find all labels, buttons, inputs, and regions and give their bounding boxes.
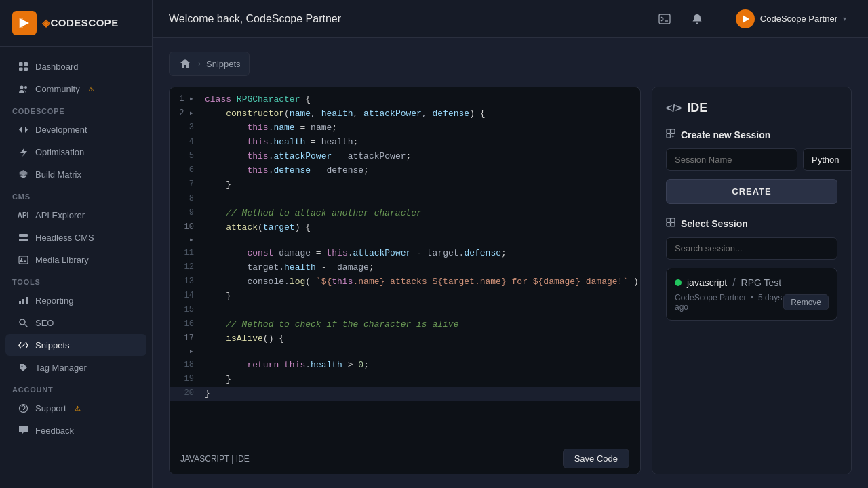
select-session-icon: [666, 218, 675, 229]
sidebar-item-support[interactable]: Support ⚠: [5, 397, 146, 419]
support-icon: [18, 403, 28, 413]
sidebar-item-dashboard-label: Dashboard: [35, 62, 79, 72]
sidebar-item-media-library[interactable]: Media Library: [5, 249, 146, 270]
sidebar-item-snippets-label: Snippets: [35, 340, 70, 350]
svg-rect-34: [671, 223, 675, 227]
code-line: 9 // Method to attack another character: [170, 207, 640, 221]
svg-rect-2: [19, 62, 23, 66]
save-code-button[interactable]: Save Code: [563, 449, 629, 468]
svg-rect-31: [667, 218, 671, 222]
code-line: 4 this.health = health;: [170, 136, 640, 150]
sidebar-item-headless-label: Headless CMS: [35, 232, 94, 243]
message-icon: [18, 425, 28, 436]
layers-icon: [18, 169, 28, 180]
svg-point-7: [24, 86, 27, 89]
svg-point-6: [20, 85, 23, 89]
sidebar-item-support-label: Support: [35, 403, 66, 413]
code-line: 2 ▸ constructor(name, health, attackPowe…: [170, 107, 640, 121]
sidebar-item-feedback[interactable]: Feedback: [5, 420, 146, 441]
selected-language: Python: [812, 155, 839, 165]
breadcrumb: › Snippets: [169, 52, 250, 76]
terminal-button[interactable]: [654, 8, 675, 30]
code-content[interactable]: 1 ▸ class RPGCharacter { 2 ▸ constructor…: [170, 87, 640, 443]
code-footer: JAVASCRIPT | IDE Save Code: [170, 443, 640, 474]
code-line: 17 ▸ isAlive() {: [170, 332, 640, 358]
ide-panel: </> IDE: [652, 87, 852, 474]
sidebar-item-headless-cms[interactable]: Headless CMS: [5, 226, 146, 248]
language-select[interactable]: Python ▾: [803, 148, 852, 171]
code-line: 6 this.defense = defense;: [170, 164, 640, 178]
sidebar-item-optimisation[interactable]: Optimisation: [5, 141, 146, 163]
bar-chart-icon: [18, 295, 28, 306]
svg-rect-16: [26, 297, 28, 304]
sidebar-item-development[interactable]: Development: [5, 119, 146, 140]
ide-icon: </>: [666, 102, 682, 115]
code-line: 16 // Method to check if the character i…: [170, 318, 640, 332]
remove-session-button[interactable]: Remove: [783, 294, 829, 310]
code-line: 10 ▸ attack(target) {: [170, 221, 640, 247]
sidebar-item-tag-label: Tag Manager: [35, 363, 87, 373]
svg-line-18: [24, 324, 27, 327]
select-session-title: Select Session: [681, 218, 748, 229]
sidebar-item-snippets[interactable]: Snippets: [5, 334, 146, 356]
sidebar-item-tag-manager[interactable]: Tag Manager: [5, 357, 146, 378]
server-icon: [18, 232, 28, 243]
code-line: 5 this.attackPower = attackPower;: [170, 150, 640, 164]
sidebar-item-community[interactable]: Community ⚠: [5, 78, 146, 100]
svg-rect-32: [671, 218, 675, 222]
sidebar-item-optimisation-label: Optimisation: [35, 147, 84, 157]
sidebar-section-account: Account: [0, 379, 152, 396]
sidebar-navigation: Dashboard Community ⚠ CodeScope Develo: [0, 47, 152, 488]
sidebar-item-api-explorer[interactable]: API API Explorer: [5, 204, 146, 226]
snippet-icon: [18, 340, 28, 350]
create-session-header: Create new Session: [666, 129, 837, 140]
svg-rect-26: [667, 129, 671, 134]
sidebar-section-cms: CMS: [0, 186, 152, 203]
user-name: CodeScope Partner: [760, 14, 837, 24]
svg-rect-33: [667, 223, 671, 227]
create-session-section: Create new Session Python ▾ CREATE: [666, 129, 837, 204]
svg-marker-25: [743, 15, 749, 23]
session-list: javascript / RPG Test CodeScope Partner …: [666, 268, 837, 321]
sidebar: ◈CODESCOPE Dashboard: [0, 0, 153, 488]
session-search-input[interactable]: [666, 237, 837, 260]
sidebar-section-tools: Tools: [0, 271, 152, 289]
sidebar-item-feedback-label: Feedback: [35, 426, 74, 436]
api-icon: API: [18, 209, 28, 220]
code-icon: [18, 124, 28, 135]
session-status-dot: [675, 279, 682, 286]
community-alert-icon: ⚠: [88, 85, 94, 93]
code-line: 18 return this.health > 0;: [170, 359, 640, 373]
sidebar-item-reporting[interactable]: Reporting: [5, 289, 146, 311]
session-item-header: javascript / RPG Test: [675, 277, 829, 289]
code-line: 20 }: [170, 387, 640, 401]
session-name-input[interactable]: [666, 148, 797, 171]
users-icon: [18, 83, 28, 94]
svg-point-10: [26, 235, 27, 236]
session-subname: RPG Test: [741, 277, 782, 288]
notifications-button[interactable]: [686, 8, 708, 30]
logo-text: ◈CODESCOPE: [42, 17, 119, 29]
page-title: Welcome back, CodeScope Partner: [169, 13, 341, 25]
sidebar-item-reporting-label: Reporting: [35, 296, 73, 306]
breadcrumb-home-button[interactable]: [178, 56, 193, 71]
sidebar-item-build-matrix[interactable]: Build Matrix: [5, 163, 146, 185]
svg-rect-3: [24, 62, 28, 66]
grid-icon: [18, 61, 28, 72]
session-lang: javascript: [687, 277, 727, 288]
svg-rect-12: [19, 256, 28, 264]
svg-rect-5: [24, 67, 28, 71]
code-line: 3 this.name = name;: [170, 121, 640, 136]
code-line: 1 ▸ class RPGCharacter {: [170, 93, 640, 107]
svg-point-11: [26, 239, 27, 241]
user-menu-button[interactable]: CodeScope Partner ▾: [730, 7, 852, 31]
svg-point-20: [21, 365, 22, 367]
create-session-button[interactable]: CREATE: [666, 179, 837, 204]
svg-rect-1: [19, 18, 23, 28]
code-line: 12 target.health -= damage;: [170, 261, 640, 275]
breadcrumb-snippets[interactable]: Snippets: [206, 59, 241, 69]
sidebar-item-seo[interactable]: SEO: [5, 312, 146, 333]
sidebar-item-dashboard[interactable]: Dashboard: [5, 56, 146, 77]
ide-title: IDE: [687, 101, 707, 115]
breadcrumb-separator: ›: [198, 59, 201, 68]
